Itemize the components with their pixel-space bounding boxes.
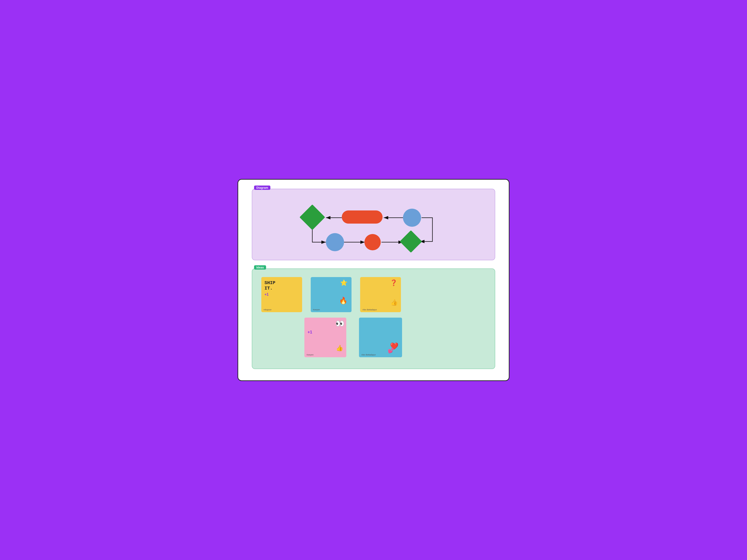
sticky-author-alex-2: Alex Bettadapur xyxy=(361,354,376,356)
circle-blue-top xyxy=(403,209,421,227)
sticky-row-1: SHIPIT. +1 mkapoor 🔥 ⭐ Keeyen xyxy=(261,277,486,312)
pink-plus: +1 xyxy=(308,330,343,335)
flowchart xyxy=(299,197,448,252)
pill-red xyxy=(342,210,383,223)
ideas-label: Ideas xyxy=(254,265,266,270)
circle-blue-bottom xyxy=(326,233,344,251)
sticky-grid: SHIPIT. +1 mkapoor 🔥 ⭐ Keeyen xyxy=(261,277,486,357)
star-sticker: ⭐ xyxy=(340,280,347,286)
diagram-section-wrapper: Diagram xyxy=(252,189,495,260)
sticky-author-keeyen-2: Keeyen xyxy=(307,354,314,356)
hearts-sticker-2: 💕 xyxy=(388,348,394,353)
thumbs-up-sticker-1: 👍 xyxy=(390,299,398,305)
sticky-row-2: 👀 +1 👍 Keeyen ❤️ 💕 Alex Bettadapur xyxy=(304,318,486,357)
sticky-pink-1[interactable]: 👀 +1 👍 Keeyen xyxy=(304,318,346,357)
sticky-author-keeyen-1: Keeyen xyxy=(313,309,320,311)
sticky-blue-1[interactable]: 🔥 ⭐ Keeyen xyxy=(311,277,352,312)
sticky-author-alex-1: Alex Bettadapur xyxy=(362,309,377,311)
question-sticker: ❓ xyxy=(390,280,397,286)
diagram-section xyxy=(252,189,495,260)
sticky-blue-2[interactable]: ❤️ 💕 Alex Bettadapur xyxy=(359,318,402,357)
flame-sticker: 🔥 xyxy=(339,297,347,304)
ship-it-plus: +1 xyxy=(264,292,299,296)
sticky-author-mkapoor: mkapoor xyxy=(264,309,272,311)
eyes-sticker: 👀 xyxy=(335,320,344,327)
ship-it-text: SHIPIT. xyxy=(264,280,299,291)
sticky-yellow-2[interactable]: ❓ 👍 Alex Bettadapur xyxy=(360,277,401,312)
sticky-ship-it[interactable]: SHIPIT. +1 mkapoor xyxy=(261,277,302,312)
circle-orange-bottom xyxy=(364,234,381,250)
thumbs-up-sticker-2: 👍 xyxy=(336,345,343,351)
ideas-section: SHIPIT. +1 mkapoor 🔥 ⭐ Keeyen xyxy=(252,268,495,369)
ideas-section-wrapper: Ideas SHIPIT. +1 mkapoor 🔥 xyxy=(252,268,495,369)
main-frame: Diagram xyxy=(237,179,510,381)
diagram-label: Diagram xyxy=(254,186,271,190)
